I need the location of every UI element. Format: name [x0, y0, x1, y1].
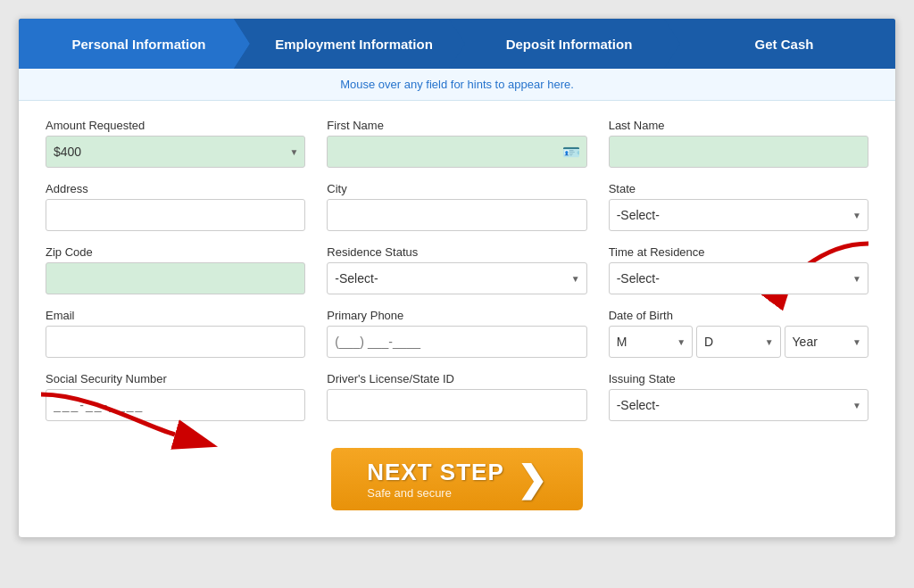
zip-code-field: Zip Code [46, 245, 305, 294]
dob-month-wrapper: M 010203 040506 070809 101112 [609, 326, 693, 358]
dob-year-select[interactable]: Year 200019901980 19701960 [785, 326, 868, 358]
step-personal[interactable]: Personal Information [19, 19, 250, 69]
state-select-wrapper: -Select- ALAKAZ CACOFL NYTX [609, 199, 868, 231]
form-grid: Amount Requested $400 $100 $200 $300 $50… [46, 119, 868, 421]
page-container: Personal Information Employment Informat… [18, 18, 896, 538]
amount-requested-label: Amount Requested [46, 119, 305, 132]
next-step-text-block: NEXT STEP Safe and secure [367, 459, 503, 500]
dob-label: Date of Birth [609, 309, 868, 322]
residence-status-wrapper: -Select- Own Rent Other [327, 262, 586, 294]
issuing-state-select[interactable]: -Select- ALAKAZ CAFLNYTX [609, 389, 868, 421]
last-name-input[interactable] [609, 136, 868, 168]
red-arrow-left [37, 390, 179, 443]
zip-code-label: Zip Code [46, 245, 305, 259]
dob-day-wrapper: D 123 152831 [696, 326, 780, 358]
city-input[interactable] [327, 199, 586, 231]
email-field: Email [46, 309, 305, 358]
dob-day-select[interactable]: D 123 152831 [696, 326, 780, 358]
dob-row: M 010203 040506 070809 101112 D 123 1528… [609, 326, 868, 358]
hint-bar: Mouse over any field for hints to appear… [19, 69, 895, 101]
address-input[interactable] [46, 199, 305, 231]
dob-month-select[interactable]: M 010203 040506 070809 101112 [609, 326, 693, 358]
next-step-button[interactable]: NEXT STEP Safe and secure ❯ [331, 448, 582, 510]
next-step-sub-label: Safe and secure [367, 486, 452, 500]
primary-phone-input[interactable] [327, 326, 586, 358]
primary-phone-label: Primary Phone [327, 309, 586, 322]
first-name-input[interactable] [327, 136, 586, 168]
dob-year-wrapper: Year 200019901980 19701960 [785, 326, 868, 358]
next-step-main-label: NEXT STEP [367, 459, 503, 486]
state-label: State [609, 182, 868, 195]
city-field: City [327, 182, 586, 231]
residence-status-field: Residence Status -Select- Own Rent Other [327, 245, 586, 294]
state-select[interactable]: -Select- ALAKAZ CACOFL NYTX [609, 199, 868, 231]
last-name-field: Last Name [609, 119, 868, 168]
drivers-license-field: Driver's License/State ID [327, 372, 586, 421]
step-getcash[interactable]: Get Cash [664, 19, 895, 69]
primary-phone-field: Primary Phone [327, 309, 586, 358]
first-name-label: First Name [327, 119, 586, 132]
step-deposit[interactable]: Deposit Information [449, 19, 680, 69]
address-field: Address [46, 182, 305, 231]
ssn-label: Social Security Number [46, 372, 305, 385]
email-label: Email [46, 309, 305, 322]
email-input[interactable] [46, 326, 305, 358]
state-field: State -Select- ALAKAZ CACOFL NYTX [609, 182, 868, 231]
dob-field: Date of Birth M 010203 040506 070809 101… [609, 309, 868, 358]
next-step-container: NEXT STEP Safe and secure ❯ [46, 448, 868, 510]
address-label: Address [46, 182, 305, 195]
time-at-residence-select[interactable]: -Select- Less than 1 year 1-2 years 3-5 … [609, 262, 868, 294]
form-area: Amount Requested $400 $100 $200 $300 $50… [19, 101, 895, 537]
zip-code-input[interactable] [46, 262, 305, 294]
residence-status-label: Residence Status [327, 245, 586, 259]
drivers-license-input[interactable] [327, 389, 586, 421]
last-name-label: Last Name [609, 119, 868, 132]
progress-bar: Personal Information Employment Informat… [19, 19, 895, 69]
issuing-state-wrapper: -Select- ALAKAZ CAFLNYTX [609, 389, 868, 421]
amount-requested-field: Amount Requested $400 $100 $200 $300 $50… [46, 119, 305, 168]
city-label: City [327, 182, 586, 195]
amount-select-wrapper: $400 $100 $200 $300 $500 [46, 136, 305, 168]
next-step-arrow-icon: ❯ [517, 459, 547, 500]
issuing-state-label: Issuing State [609, 372, 868, 385]
amount-requested-select[interactable]: $400 $100 $200 $300 $500 [46, 136, 305, 168]
id-card-icon: 🪪 [562, 144, 580, 161]
time-at-residence-wrapper: -Select- Less than 1 year 1-2 years 3-5 … [609, 262, 868, 294]
residence-status-select[interactable]: -Select- Own Rent Other [327, 262, 586, 294]
step-employment[interactable]: Employment Information [234, 19, 465, 69]
first-name-input-wrapper: 🪪 [327, 136, 586, 168]
issuing-state-field: Issuing State -Select- ALAKAZ CAFLNYTX [609, 372, 868, 421]
first-name-field: First Name 🪪 [327, 119, 586, 168]
drivers-license-label: Driver's License/State ID [327, 372, 586, 385]
